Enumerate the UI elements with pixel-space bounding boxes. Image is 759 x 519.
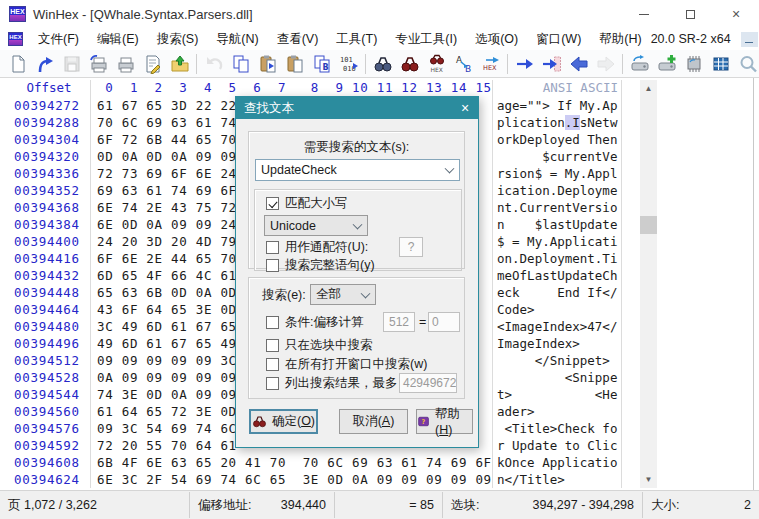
ascii-text[interactable]: plication.IsNetw	[497, 114, 617, 131]
ascii-text[interactable]: $ = My.Applicati	[497, 233, 617, 250]
find-again-button[interactable]	[396, 52, 423, 76]
ok-button[interactable]: 确定(O)	[249, 409, 318, 434]
folder-up-button[interactable]	[166, 52, 193, 76]
replace-hex-button[interactable]	[477, 52, 504, 76]
ascii-text[interactable]: r Update to Clic	[497, 437, 617, 454]
close-button[interactable]: ×	[713, 0, 759, 28]
ascii-text[interactable]: t> <He	[497, 386, 617, 403]
copy-binary-button[interactable]	[308, 52, 335, 76]
in-block-checkbox[interactable]	[266, 339, 279, 352]
ascii-text[interactable]: meOfLastUpdateCh	[497, 267, 617, 284]
ascii-text[interactable]: kOnce Applicatio	[497, 454, 617, 471]
clone-disk-button[interactable]	[653, 52, 680, 76]
ascii-text[interactable]: n $lastUpdate	[497, 216, 617, 233]
hex-bytes[interactable]: 74 3E 0D 0A 09 09	[97, 386, 237, 403]
ascii-text[interactable]: ImageIndex>	[497, 335, 580, 352]
ascii-text[interactable]: </Snippet>	[497, 352, 610, 369]
condition-remainder-field[interactable]: 0	[428, 312, 460, 332]
chevron-down-icon[interactable]	[445, 164, 455, 174]
binary-convert-button[interactable]	[335, 52, 362, 76]
hex-bytes[interactable]: 70 6C 69 63 61 74	[97, 114, 237, 131]
hex-bytes[interactable]: 6B 4F 6E 63 65 20 41 70 70 6C 69 63 61 7…	[97, 454, 492, 471]
scope-dropdown[interactable]: 全部	[310, 284, 376, 305]
goto-offset-button[interactable]	[511, 52, 538, 76]
hex-bytes[interactable]: 43 6F 64 65 3E 0D	[97, 301, 237, 318]
hex-bytes[interactable]: 6F 6E 2E 44 65 70	[97, 250, 237, 267]
hex-bytes[interactable]: 09 3C 54 69 74 6C	[97, 420, 237, 437]
print-button[interactable]	[112, 52, 139, 76]
hex-bytes[interactable]: 72 20 55 70 64 61	[97, 437, 237, 454]
ascii-text[interactable]: <ImageIndex>47</	[497, 318, 617, 335]
hex-bytes[interactable]: 09 09 09 09 09 3C	[97, 352, 237, 369]
chevron-down-icon[interactable]	[353, 219, 363, 229]
open-ram-button[interactable]	[680, 52, 707, 76]
hex-bytes[interactable]: 61 64 65 72 3E 0D	[97, 403, 237, 420]
whole-words-checkbox[interactable]	[266, 259, 279, 272]
paste-into-button[interactable]	[254, 52, 281, 76]
encoding-dropdown[interactable]: Unicode	[264, 215, 368, 236]
goto-end-button[interactable]	[538, 52, 565, 76]
ascii-text[interactable]: eck End If</	[497, 284, 617, 301]
menu-item[interactable]: 文件(F)	[29, 28, 88, 50]
menu-item[interactable]: 工具(T)	[327, 28, 386, 50]
menu-item[interactable]: 窗口(W)	[527, 28, 590, 50]
scroll-up-arrow-icon[interactable]: ▲	[640, 80, 657, 97]
print-preview-button[interactable]	[85, 52, 112, 76]
ascii-text[interactable]: orkDeployed Then	[497, 131, 617, 148]
copy-button[interactable]	[227, 52, 254, 76]
hex-bytes[interactable]: 72 73 69 6F 6E 24	[97, 165, 237, 182]
condition-divisor-field[interactable]: 512	[383, 312, 415, 332]
properties-button[interactable]	[139, 52, 166, 76]
help-button[interactable]: 帮助(H)	[416, 409, 473, 434]
open-button[interactable]	[31, 52, 58, 76]
hex-bytes[interactable]: 6D 65 4F 66 4C 61	[97, 267, 237, 284]
vertical-scrollbar[interactable]: ▲ ▼	[640, 80, 657, 488]
all-windows-checkbox[interactable]	[266, 358, 279, 371]
ascii-text[interactable]: rsion$ = My.Appl	[497, 165, 617, 182]
find-text-button[interactable]	[369, 52, 396, 76]
undo-button[interactable]	[200, 52, 227, 76]
save-button[interactable]	[58, 52, 85, 76]
scrollbar-thumb[interactable]	[640, 216, 657, 234]
document-system-icon[interactable]: HEX	[8, 32, 23, 46]
hex-bytes[interactable]: 0D 0A 0D 0A 09 09	[97, 148, 237, 165]
hex-bytes[interactable]: 0A 09 09 09 09 09	[97, 369, 237, 386]
menu-item[interactable]: 导航(N)	[207, 28, 267, 50]
ascii-text[interactable]: on.Deployment.Ti	[497, 250, 617, 267]
menu-item[interactable]: 编辑(E)	[88, 28, 148, 50]
mdi-minimize-button[interactable]	[741, 32, 758, 47]
ascii-text[interactable]: Code>	[497, 301, 535, 318]
minimize-button[interactable]	[621, 0, 667, 28]
menu-item[interactable]: 查看(V)	[268, 28, 328, 50]
magnifier-button[interactable]	[734, 52, 759, 76]
dialog-close-icon[interactable]: ×	[452, 97, 478, 119]
hex-bytes[interactable]: 3C 49 6D 61 67 65	[97, 318, 237, 335]
dialog-title-bar[interactable]: 查找文本 ×	[236, 97, 478, 119]
wildcard-checkbox[interactable]	[266, 241, 279, 254]
scroll-down-arrow-icon[interactable]: ▼	[640, 471, 657, 488]
forward-button[interactable]	[592, 52, 619, 76]
condition-checkbox[interactable]	[266, 316, 279, 329]
paste-button[interactable]	[281, 52, 308, 76]
list-results-checkbox[interactable]	[266, 377, 279, 390]
chevron-down-icon[interactable]	[361, 288, 371, 298]
menu-item[interactable]: 帮助(H)	[590, 28, 650, 50]
menu-item[interactable]: 搜索(S)	[148, 28, 208, 50]
ascii-text[interactable]: ication.Deployme	[497, 182, 617, 199]
max-results-field[interactable]: 42949672	[399, 373, 457, 393]
ascii-text[interactable]: age=""> If My.Ap	[497, 97, 617, 114]
ascii-text[interactable]: ader>	[497, 403, 535, 420]
hex-bytes[interactable]: 61 67 65 3D 22 22	[97, 97, 237, 114]
hex-bytes[interactable]: 24 20 3D 20 4D 79	[97, 233, 237, 250]
ascii-text[interactable]: nt.CurrentVersio	[497, 199, 617, 216]
hex-bytes[interactable]: 6E 74 2E 43 75 72	[97, 199, 237, 216]
hex-bytes[interactable]: 65 63 6B 0D 0A 0D	[97, 284, 237, 301]
hex-bytes[interactable]: 69 63 61 74 69 6F	[97, 182, 237, 199]
ascii-text[interactable]: <Snippe	[497, 369, 617, 386]
wildcard-char-field[interactable]: ?	[399, 237, 423, 257]
match-case-checkbox[interactable]	[266, 197, 279, 210]
find-hex-button[interactable]	[423, 52, 450, 76]
hex-bytes[interactable]: 6E 3C 2F 54 69 74 6C 65 3E 0D 0A 09 09 0…	[97, 471, 492, 488]
hex-bytes[interactable]: 6F 72 6B 44 65 70	[97, 131, 237, 148]
maximize-button[interactable]	[667, 0, 713, 28]
